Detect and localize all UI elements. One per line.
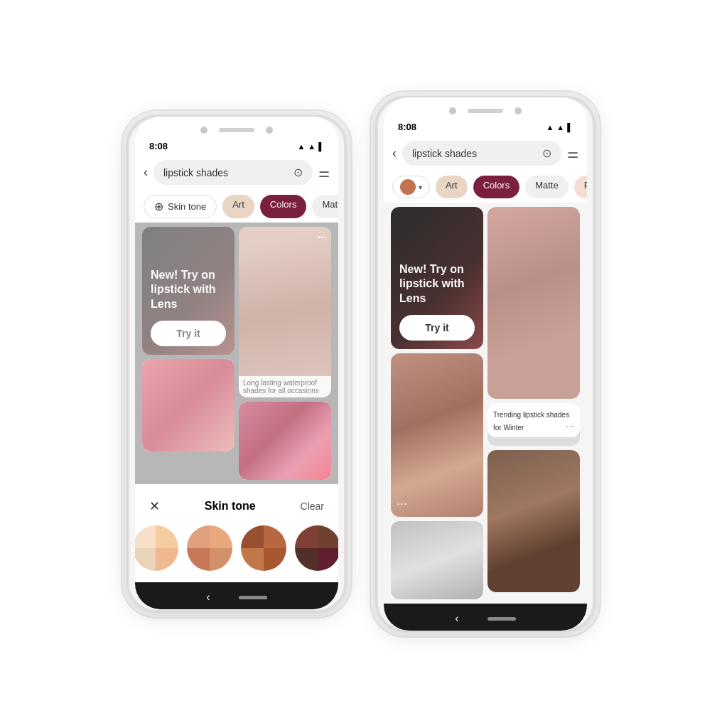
chip-art-right[interactable]: Art [436,176,468,198]
speaker-right [468,109,503,113]
chip-colors-left[interactable]: Colors [260,195,307,218]
pin-lips-left[interactable] [142,359,235,451]
chip-skintone-left[interactable]: ⊕ Skin tone [144,195,217,218]
pin-dots-left[interactable]: ··· [318,231,327,244]
wifi-icon-right: ▲ [546,123,554,132]
filter-chips-left: ⊕ Skin tone Art Colors Matte P [135,191,338,223]
trending-dots-right[interactable]: ··· [566,420,574,432]
filter-btn-left[interactable]: ⚌ [318,165,330,181]
swatch-medium[interactable] [241,525,286,571]
phone-right: 8:08 ▲ ▲ ▌ ‹ lipstick shades ⊙ ⚌ [375,96,596,632]
featured-text-right: New! Try on lipstick with Lens [399,262,475,306]
pin-woman-dark-right[interactable] [487,450,580,592]
nav-home-right[interactable] [487,617,516,621]
skin-tone-title: Skin tone [160,500,301,513]
search-bar-right: ‹ lipstick shades ⊙ ⚌ [384,135,587,171]
battery-icon-left: ▌ [318,142,324,151]
battery-icon-right: ▌ [567,123,573,132]
try-it-btn-left[interactable]: Try it [151,321,226,346]
close-btn[interactable]: ✕ [149,498,160,514]
status-bar-left: 8:08 ▲ ▲ ▌ [135,138,338,154]
nav-home-left[interactable] [239,596,267,599]
camera-btn-left[interactable]: ⊙ [293,166,303,179]
page-container: 8:08 ▲ ▲ ▌ ‹ lipstick shades ⊙ ⚌ ⊕ [0,0,722,728]
status-icons-left: ▲ ▲ ▌ [297,142,324,151]
camera2-left [266,127,273,134]
pins-col2-right: Trending lipstick shades for Winter ··· [487,207,580,599]
pin-gray-partial-right[interactable] [391,521,483,599]
status-time-right: 8:08 [398,122,416,132]
phone-top-bar-left [135,117,338,138]
pins-col2-left: Long lasting waterproof shades for all o… [239,227,331,480]
nav-back-btn-right[interactable]: ‹ [455,612,458,625]
pins-col1-left: New! Try on lipstick with Lens Try it [142,227,235,480]
search-text-left: lipstick shades [163,167,228,178]
filter-btn-right[interactable]: ⚌ [567,146,578,161]
pin-trending-right[interactable]: Trending lipstick shades for Winter ··· [487,403,580,446]
signal-icon-left: ▲ [308,142,316,151]
pins-col1-right: New! Try on lipstick with Lens Try it ··… [391,207,483,599]
camera-right [449,107,456,114]
bottom-nav-right: ‹ [384,604,587,631]
chip-art-left[interactable]: Art [222,195,254,218]
dropdown-arrow-right: ▾ [419,183,422,191]
pin-lipstick-label-left: Long lasting waterproof shades for all o… [239,376,331,397]
search-text-right: lipstick shades [412,148,477,159]
nav-back-btn-left[interactable]: ‹ [206,591,210,604]
pin-woman-warm-right[interactable]: ··· [391,353,483,517]
status-bar-right: 8:08 ▲ ▲ ▌ [384,119,587,135]
trending-label-right: Trending lipstick shades for Winter [493,411,569,432]
skin-swatches [149,525,324,571]
swatch-dark[interactable] [295,525,338,571]
chip-skin-dropdown-right[interactable]: ▾ [392,176,430,198]
speaker-left [219,128,254,132]
pin-featured-left[interactable]: New! Try on lipstick with Lens Try it [142,227,235,355]
camera-left [200,127,208,134]
back-btn-right[interactable]: ‹ [392,146,397,161]
swatch-medium-light[interactable] [187,525,232,571]
skin-color-dot-right [400,179,416,195]
bottom-nav-left: ‹ [135,582,338,609]
status-time-left: 8:08 [149,141,168,151]
camera-btn-right[interactable]: ⊙ [542,146,551,160]
phone-top-bar-right [384,97,587,119]
chip-matte-left[interactable]: Matte [312,195,338,218]
camera2-right [514,107,522,114]
try-it-btn-right[interactable]: Try it [399,315,475,341]
chip-skintone-label-left: Skin tone [168,201,206,212]
pin-dots-warm[interactable]: ··· [397,496,407,511]
filter-chips-right: ▾ Art Colors Matte Photogr [384,171,587,203]
back-btn-left[interactable]: ‹ [144,165,148,180]
search-input-left[interactable]: lipstick shades ⊙ [153,160,313,185]
clear-btn[interactable]: Clear [301,500,324,512]
wifi-icon-left: ▲ [297,142,305,151]
pin-featured-right[interactable]: New! Try on lipstick with Lens Try it [391,207,483,349]
pin-lipstick-left[interactable]: Long lasting waterproof shades for all o… [239,227,331,397]
skintone-icon-left: ⊕ [154,200,163,213]
featured-text-left: New! Try on lipstick with Lens [151,268,226,312]
signal-icon-right: ▲ [556,123,564,132]
chip-colors-right[interactable]: Colors [473,176,520,198]
pin-colors-left[interactable] [239,402,331,480]
skin-tone-header: ✕ Skin tone Clear [149,498,324,514]
status-icons-right: ▲ ▲ ▌ [546,123,573,132]
chip-matte-right[interactable]: Matte [525,176,569,198]
pin-lips-right[interactable] [487,207,580,399]
skin-tone-panel: ✕ Skin tone Clear [135,487,338,582]
swatch-light[interactable] [135,525,178,571]
phone-left: 8:08 ▲ ▲ ▌ ‹ lipstick shades ⊙ ⚌ ⊕ [126,115,347,613]
pins-grid-right: New! Try on lipstick with Lens Try it ··… [384,203,587,604]
search-bar-left: ‹ lipstick shades ⊙ ⚌ [135,154,338,191]
search-input-right[interactable]: lipstick shades ⊙ [402,141,561,166]
chip-photogr-right[interactable]: Photogr [574,176,587,198]
pins-grid-left: New! Try on lipstick with Lens Try it Lo… [135,223,338,484]
